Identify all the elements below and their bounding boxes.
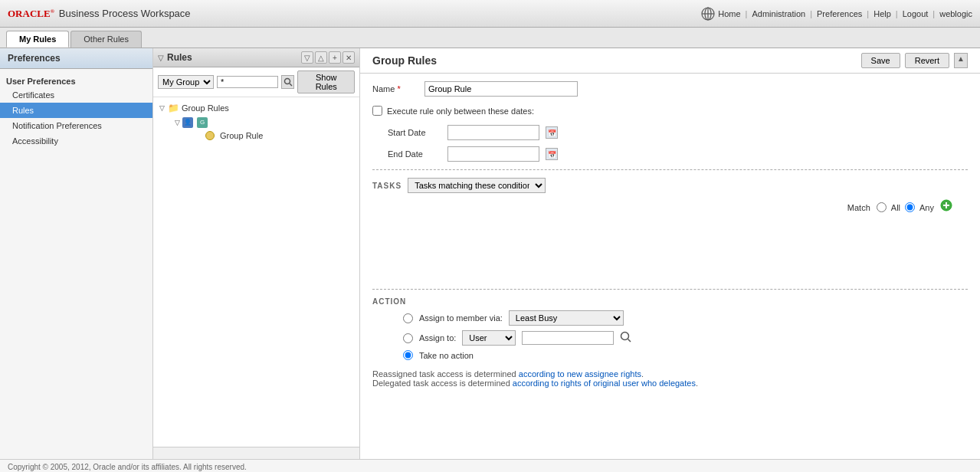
- preferences-link[interactable]: Preferences: [817, 9, 862, 18]
- tasks-select[interactable]: Tasks matching these conditions: [408, 178, 546, 193]
- assign-member-label: Assign to member via:: [419, 313, 503, 323]
- assign-member-radio[interactable]: [403, 313, 413, 323]
- assign-to-label: Assign to:: [419, 333, 456, 343]
- user-search-icon[interactable]: [620, 331, 632, 345]
- svg-point-9: [621, 333, 629, 340]
- rule-icon: [205, 131, 215, 140]
- revert-button[interactable]: Revert: [905, 53, 949, 68]
- sidebar-item-rules[interactable]: Rules: [0, 103, 152, 118]
- end-date-row: End Date 📅: [372, 146, 968, 162]
- svg-point-4: [284, 79, 290, 84]
- tree-node-group-rule[interactable]: Group Rule: [202, 129, 356, 142]
- svg-line-10: [628, 339, 631, 343]
- rules-search-input[interactable]: [217, 76, 278, 88]
- header: ORACLE® Business Process Workspace Home …: [0, 0, 980, 28]
- add-condition-button[interactable]: [940, 199, 952, 215]
- name-label: Name *: [372, 84, 418, 93]
- any-label: Any: [919, 203, 934, 212]
- match-row: Match All Any: [372, 199, 968, 215]
- end-date-input[interactable]: [447, 146, 539, 162]
- oracle-logo: ORACLE®: [8, 8, 54, 20]
- start-date-label: Start Date: [388, 128, 441, 137]
- sidebar-title: Preferences: [0, 48, 152, 69]
- group-select[interactable]: My Group: [158, 75, 214, 89]
- username-label: weblogic: [939, 9, 972, 18]
- execute-rule-label: Execute rule only between these dates:: [387, 107, 534, 116]
- user-preferences-section: User Preferences: [0, 72, 152, 87]
- user-input[interactable]: [522, 331, 614, 345]
- logout-link[interactable]: Logout: [903, 9, 929, 18]
- rules-scroll-bottom[interactable]: [153, 447, 359, 459]
- sidebar: Preferences User Preferences Certificate…: [0, 48, 153, 459]
- globe-icon: [701, 7, 715, 21]
- match-any-radio[interactable]: [905, 202, 915, 212]
- tab-my-rules[interactable]: My Rules: [6, 31, 69, 48]
- tasks-row: TASKS Tasks matching these conditions: [372, 178, 968, 193]
- expand-icon: ▽: [159, 104, 165, 112]
- rules-search-bar: My Group Show Rules: [153, 67, 359, 97]
- execute-rule-row: Execute rule only between these dates:: [372, 103, 968, 119]
- content-body: Name * Execute rule only between these d…: [360, 74, 980, 459]
- sidebar-item-certificates[interactable]: Certificates: [0, 87, 152, 103]
- tab-other-rules[interactable]: Other Rules: [70, 31, 142, 48]
- help-link[interactable]: Help: [873, 9, 891, 18]
- main-layout: Preferences User Preferences Certificate…: [0, 48, 980, 459]
- footer-line-1: Reassigned task access is determined acc…: [372, 369, 968, 379]
- take-no-action-label: Take no action: [419, 351, 474, 360]
- execute-rule-checkbox[interactable]: [372, 106, 382, 116]
- action-section: ACTION Assign to member via: Least Busy …: [372, 297, 968, 360]
- user-type-select[interactable]: User: [462, 330, 516, 346]
- scroll-up-icon[interactable]: ▲: [954, 53, 968, 68]
- save-button[interactable]: Save: [861, 53, 900, 68]
- move-up-icon[interactable]: △: [315, 51, 327, 64]
- tasks-label: TASKS: [372, 182, 402, 190]
- end-date-calendar-icon[interactable]: 📅: [546, 148, 558, 160]
- name-row: Name *: [372, 81, 968, 97]
- content-title: Group Rules: [372, 54, 437, 67]
- tree-node-users[interactable]: ▽ 👤 G: [172, 116, 356, 129]
- conditions-area: [372, 220, 968, 281]
- assignee-rights-link[interactable]: according to new assignee rights: [519, 369, 641, 379]
- delegate-rights-link[interactable]: according to rights of original user who…: [513, 379, 696, 388]
- match-all-radio[interactable]: [877, 202, 887, 212]
- content-actions: Save Revert ▲: [861, 53, 968, 68]
- separator-2: [372, 289, 968, 290]
- administration-link[interactable]: Administration: [752, 9, 805, 18]
- home-link[interactable]: Home: [718, 9, 740, 18]
- take-no-action-row: Take no action: [372, 350, 968, 360]
- move-down-icon[interactable]: ▽: [301, 51, 313, 64]
- match-label: Match: [847, 203, 870, 212]
- tree-child-level1: ▽ 👤 G Group Rule: [156, 116, 356, 142]
- sidebar-item-notification-preferences[interactable]: Notification Preferences: [0, 118, 152, 133]
- page-footer: Copyright © 2005, 2012, Oracle and/or it…: [0, 459, 980, 472]
- tree-node-group-rules[interactable]: ▽ 📁 Group Rules: [156, 100, 356, 116]
- name-input[interactable]: [424, 81, 578, 97]
- assign-member-select[interactable]: Least Busy: [509, 310, 624, 326]
- group-icon: G: [197, 117, 208, 128]
- expand-icon-2: ▽: [175, 119, 180, 126]
- rules-panel: ▽ Rules ▽ △ + ✕ My Group Show Rules ▽ 📁: [153, 48, 360, 459]
- rules-tree: ▽ 📁 Group Rules ▽ 👤 G Group Rule: [153, 97, 359, 447]
- separator-1: [372, 169, 968, 170]
- search-button[interactable]: [281, 75, 294, 89]
- match-radio-group: All Any: [877, 202, 934, 212]
- collapse-icon[interactable]: ▽: [158, 54, 164, 62]
- start-date-row: Start Date 📅: [372, 125, 968, 140]
- sidebar-item-accessibility[interactable]: Accessibility: [0, 133, 152, 149]
- content-header: Group Rules Save Revert ▲: [360, 48, 980, 74]
- add-rule-icon[interactable]: +: [329, 51, 341, 64]
- folder-icon: 📁: [167, 102, 179, 114]
- start-date-calendar-icon[interactable]: 📅: [546, 126, 558, 139]
- take-no-action-radio[interactable]: [403, 350, 413, 360]
- show-rules-button[interactable]: Show Rules: [297, 70, 355, 93]
- assign-to-row: Assign to: User: [372, 330, 968, 346]
- header-nav: Home | Administration | Preferences | He…: [701, 7, 972, 21]
- close-rules-icon[interactable]: ✕: [343, 51, 355, 64]
- footer-note: Reassigned task access is determined acc…: [372, 369, 968, 388]
- assign-to-radio[interactable]: [403, 333, 413, 343]
- start-date-input[interactable]: [447, 125, 539, 140]
- rules-panel-title: Rules: [167, 52, 192, 63]
- action-label: ACTION: [372, 297, 968, 306]
- footer-line-2: Delegated task access is determined acco…: [372, 379, 968, 388]
- assign-member-row: Assign to member via: Least Busy: [372, 310, 968, 326]
